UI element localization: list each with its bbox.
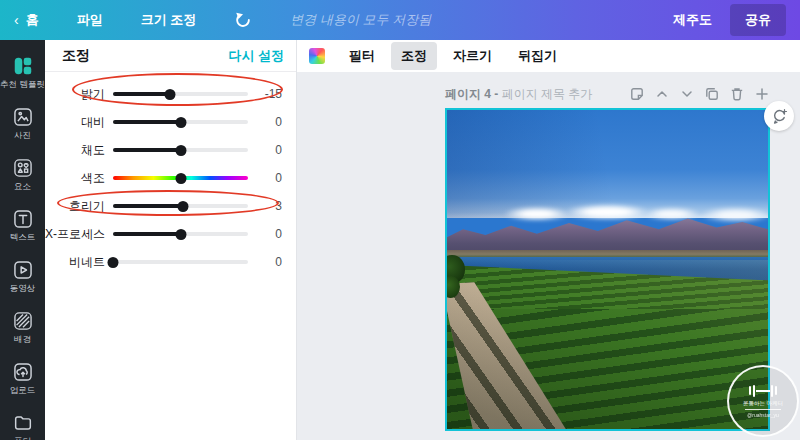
folders-icon xyxy=(12,412,34,434)
filter-color-icon[interactable] xyxy=(309,48,325,64)
slider-row-vignette: 비네트 0 xyxy=(45,248,296,276)
sidebar-item-templates[interactable]: 추천 템플릿 xyxy=(0,47,45,98)
watermark-divider xyxy=(745,409,781,410)
photos-icon xyxy=(12,106,34,128)
slider-handle[interactable] xyxy=(178,201,189,212)
slider-handle[interactable] xyxy=(175,117,186,128)
sidebar-item-background[interactable]: 배경 xyxy=(0,302,45,353)
slider-label: 대비 xyxy=(45,114,109,131)
sidebar-item-elements[interactable]: 요소 xyxy=(0,149,45,200)
sidebar-item-label: 추천 템플릿 xyxy=(0,79,45,91)
slider-label: 밝기 xyxy=(45,86,109,103)
sidebar-item-label: 폴더 xyxy=(14,436,31,440)
slider-value: 0 xyxy=(240,171,282,185)
sidebar-item-label: 업로드 xyxy=(10,385,36,397)
back-chevron-icon: ‹ xyxy=(14,12,19,28)
image-toolbar: 필터 조정 자르기 뒤집기 xyxy=(297,40,800,72)
sidebar-item-text[interactable]: 텍스트 xyxy=(0,200,45,251)
autosave-status: 변경 내용이 모두 저장됨 xyxy=(290,11,431,29)
slider-value: -15 xyxy=(240,87,282,101)
saturation-slider[interactable] xyxy=(113,148,248,152)
xprocess-slider[interactable] xyxy=(113,232,248,236)
slider-handle[interactable] xyxy=(175,145,186,156)
watermark-text: 운동하는 마케터 xyxy=(743,400,783,407)
tab-adjust[interactable]: 조정 xyxy=(391,42,437,70)
photo-clouds xyxy=(447,204,768,222)
slider-label: 흐리기 xyxy=(45,198,109,215)
topbar: ‹ 홈 파일 크기 조정 변경 내용이 모두 저장됨 제주도 공유 xyxy=(0,0,800,40)
add-notes-icon[interactable] xyxy=(629,86,645,102)
vignette-slider[interactable] xyxy=(113,260,248,264)
brightness-slider[interactable] xyxy=(113,92,248,96)
slider-label: X-프로세스 xyxy=(45,226,109,243)
design-title[interactable]: 제주도 xyxy=(673,11,712,29)
watermark-logo[interactable]: 운동하는 마케터 @ruahstar_yu xyxy=(727,365,799,437)
sidebar-item-photos[interactable]: 사진 xyxy=(0,98,45,149)
elements-icon xyxy=(12,157,34,179)
home-button[interactable]: ‹ 홈 xyxy=(14,11,39,29)
reset-link[interactable]: 다시 설정 xyxy=(228,47,284,65)
comment-icon xyxy=(771,108,788,125)
contrast-slider[interactable] xyxy=(113,120,248,124)
slider-handle[interactable] xyxy=(175,229,186,240)
slider-row-xprocess: X-프로세스 0 xyxy=(45,220,296,248)
tab-crop[interactable]: 자르기 xyxy=(443,42,502,70)
slider-value: 0 xyxy=(240,115,282,129)
tab-filter[interactable]: 필터 xyxy=(339,42,385,70)
background-icon xyxy=(12,310,34,332)
sidebar-item-uploads[interactable]: 업로드 xyxy=(0,353,45,404)
blur-slider[interactable] xyxy=(113,204,248,208)
page-image[interactable] xyxy=(445,108,770,431)
slider-value: 0 xyxy=(240,143,282,157)
slider-label: 색조 xyxy=(45,170,109,187)
add-comment-button[interactable] xyxy=(764,101,794,131)
file-menu[interactable]: 파일 xyxy=(77,11,103,29)
delete-page-icon[interactable] xyxy=(729,86,745,102)
panel-title: 조정 xyxy=(62,47,90,65)
adjust-panel: 조정 다시 설정 밝기 -15 대비 0 채도 0 색조 0 흐리기 3 xyxy=(45,40,297,440)
slider-value: 0 xyxy=(240,255,282,269)
page-header: 페이지 4 - 페이지 제목 추가 xyxy=(445,84,770,104)
photo-sky xyxy=(447,110,768,218)
sidebar-item-label: 사진 xyxy=(14,130,31,142)
slider-value: 0 xyxy=(240,227,282,241)
undo-icon xyxy=(234,11,252,29)
templates-icon xyxy=(12,55,34,77)
sidebar-item-folders[interactable]: 폴더 xyxy=(0,404,45,440)
slider-label: 채도 xyxy=(45,142,109,159)
page-title-placeholder[interactable]: 페이지 제목 추가 xyxy=(502,86,593,103)
page-label: 페이지 4 xyxy=(445,86,491,103)
sidebar-item-label: 요소 xyxy=(14,181,31,193)
sidebar-item-videos[interactable]: 동영상 xyxy=(0,251,45,302)
sidebar-item-label: 동영상 xyxy=(10,283,36,295)
sidebar: 추천 템플릿 사진 요소 텍스트 동영상 xyxy=(0,40,45,440)
sidebar-item-label: 배경 xyxy=(14,334,31,346)
text-icon xyxy=(12,208,34,230)
slider-handle[interactable] xyxy=(175,173,186,184)
hue-slider[interactable] xyxy=(113,176,248,180)
canvas-area: 페이지 4 - 페이지 제목 추가 xyxy=(297,72,800,440)
watermark-handle: @ruahstar_yu xyxy=(747,412,778,418)
add-page-icon[interactable] xyxy=(754,86,770,102)
duplicate-page-icon[interactable] xyxy=(704,86,720,102)
tab-flip[interactable]: 뒤집기 xyxy=(508,42,567,70)
slider-row-hue: 색조 0 xyxy=(45,164,296,192)
slider-row-brightness: 밝기 -15 xyxy=(45,80,296,108)
sidebar-item-label: 텍스트 xyxy=(10,232,36,244)
slider-handle[interactable] xyxy=(164,89,175,100)
slider-row-saturation: 채도 0 xyxy=(45,136,296,164)
undo-button[interactable] xyxy=(234,11,252,29)
videos-icon xyxy=(12,259,34,281)
slider-row-blur: 흐리기 3 xyxy=(45,192,296,220)
slider-handle[interactable] xyxy=(108,257,119,268)
share-button[interactable]: 공유 xyxy=(730,4,786,36)
slider-list: 밝기 -15 대비 0 채도 0 색조 0 흐리기 3 X-프로세스 0 xyxy=(45,72,296,276)
slider-value: 3 xyxy=(240,199,282,213)
resize-menu[interactable]: 크기 조정 xyxy=(141,11,197,29)
slider-row-contrast: 대비 0 xyxy=(45,108,296,136)
move-page-down-icon[interactable] xyxy=(679,86,695,102)
dumbbell-icon xyxy=(748,385,778,397)
move-page-up-icon[interactable] xyxy=(654,86,670,102)
uploads-icon xyxy=(12,361,34,383)
slider-label: 비네트 xyxy=(45,254,109,271)
